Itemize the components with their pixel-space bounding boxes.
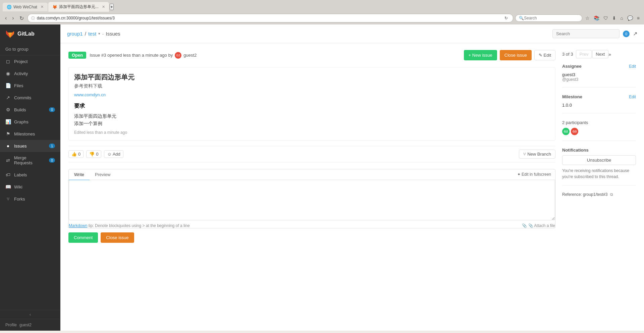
builds-icon: ⚙ — [5, 107, 11, 112]
sidebar-item-commits[interactable]: ↗ Commits — [0, 92, 60, 104]
home-icon[interactable]: ⌂ — [619, 14, 624, 22]
issue-meta: Issue #3 opened less than a minute ago b… — [90, 52, 460, 59]
issues-badge: 1 — [49, 144, 55, 148]
milestone-section: Milestone Edit 1.0.0 — [562, 94, 636, 113]
thumbs-down-count: 0 — [96, 152, 98, 157]
add-reaction-label: Add — [113, 152, 120, 157]
issue-main-column: Open Issue #3 opened less than a minute … — [68, 50, 555, 243]
unsubscribe-button[interactable]: Unsubscribe — [562, 155, 636, 165]
sidebar-item-label-labels: Labels — [14, 172, 27, 177]
comment-tab-preview[interactable]: Preview — [90, 169, 116, 180]
bookmarks-icon[interactable]: 📚 — [593, 14, 600, 22]
sidebar-collapse-button[interactable]: ‹ — [0, 310, 60, 319]
attach-file-button[interactable]: 📎 📎 Attach a file — [522, 223, 555, 228]
fullscreen-button[interactable]: ✦ Edit in fullscreen — [517, 172, 551, 177]
brand-name: GitLab — [17, 31, 35, 37]
header-search-area — [552, 29, 620, 38]
assignee-edit-link[interactable]: Edit — [629, 64, 636, 69]
all-issues-button[interactable]: » — [608, 52, 611, 57]
page-header: group1 / test ▾ · Issues 0 ↗ — [60, 24, 644, 43]
markdown-tip: Markdown tip: Denote blockquotes using >… — [69, 223, 190, 228]
participant-avatar-1: G2 — [562, 128, 570, 135]
tab-close-wechat[interactable]: ✕ — [41, 5, 44, 9]
sidebar-item-files[interactable]: 📄 Files — [0, 79, 60, 92]
tab-close-gitlab[interactable]: ✕ — [102, 5, 105, 9]
tab-gitlab[interactable]: 🦊 添加平面四边形单元... ✕ — [48, 2, 109, 12]
merge-requests-icon: ⇄ — [5, 158, 11, 163]
sidebar-go-to-group[interactable]: Go to group — [0, 43, 60, 55]
comment-tab-write[interactable]: Write — [69, 169, 90, 180]
milestone-edit-link[interactable]: Edit — [629, 95, 636, 99]
issue-meta-text: Issue #3 opened less than a minute ago b… — [90, 53, 173, 58]
chat-icon[interactable]: 💬 — [626, 14, 634, 22]
sidebar-item-wiki[interactable]: 📖 Wiki — [0, 181, 60, 193]
thumbs-down-icon: 👎 — [89, 152, 95, 157]
thumbs-up-button[interactable]: 👍 0 — [68, 150, 84, 158]
new-issue-button[interactable]: + New issue — [464, 50, 497, 60]
reload-button[interactable]: ↻ — [18, 14, 25, 22]
shield-icon[interactable]: 🛡 — [602, 14, 609, 22]
participants-section: 2 participants G2 G3 — [562, 120, 636, 141]
prev-button[interactable]: Prev — [576, 50, 592, 58]
sidebar-item-forks[interactable]: ⑂ Forks — [0, 193, 60, 205]
menu-icon[interactable]: ≡ — [636, 14, 641, 22]
sidebar: GitLab Go to group ◻ Project ◉ Activity … — [0, 24, 60, 331]
assignee-header: Assignee Edit — [562, 64, 636, 69]
sidebar-item-builds[interactable]: ⚙ Builds 0 — [0, 104, 60, 116]
refresh-icon[interactable]: ↻ — [503, 15, 509, 21]
assignee-name: guest3 — [562, 72, 636, 77]
sidebar-item-merge-requests[interactable]: ⇄ Merge Requests 0 — [0, 152, 60, 169]
address-bar[interactable]: ⓘ data.comdyn.cn:30000/group1/test/issue… — [28, 14, 514, 22]
issue-section-heading: 要求 — [74, 103, 550, 110]
issue-link[interactable]: www.comdyn.cn — [74, 92, 106, 97]
participant-avatar-2: G3 — [571, 128, 578, 135]
close-issue-button-bottom[interactable]: Close issue — [101, 232, 134, 243]
assignee-username: @guest3 — [562, 77, 636, 82]
browser-search-bar[interactable]: 🔍 — [515, 14, 582, 22]
header-logout-icon[interactable]: ↗ — [633, 31, 637, 37]
reference-section: Reference: group1/test#3 ⧉ — [562, 192, 636, 197]
next-button[interactable]: Next — [592, 50, 608, 58]
sidebar-item-labels[interactable]: 🏷 Labels — [0, 169, 60, 181]
sidebar-item-label-milestones: Milestones — [14, 131, 35, 136]
issue-right-sidebar: 3 of 3 Prev Next » Assignee Edit guest3 … — [562, 50, 636, 243]
download-icon[interactable]: ⬇ — [611, 14, 617, 22]
sidebar-item-graphs[interactable]: 📊 Graphs — [0, 116, 60, 128]
sidebar-nav: ◻ Project ◉ Activity 📄 Files ↗ Commits ⚙… — [0, 55, 60, 310]
sidebar-footer: Profile guest2 — [0, 319, 60, 331]
sidebar-item-activity[interactable]: ◉ Activity — [0, 67, 60, 79]
sidebar-item-label-commits: Commits — [14, 95, 31, 100]
bookmark-icon[interactable]: ☆ — [584, 14, 591, 22]
add-reaction-button[interactable]: ☺ Add — [104, 150, 123, 158]
breadcrumb-project[interactable]: test — [88, 31, 96, 37]
breadcrumb-dropdown-icon[interactable]: ▾ — [98, 32, 100, 36]
browser-search-input[interactable] — [524, 16, 579, 20]
back-button[interactable]: ‹ — [3, 14, 8, 22]
add-reaction-icon: ☺ — [107, 152, 111, 157]
notification-count: 0 — [623, 31, 630, 37]
edit-issue-button[interactable]: ✎ Edit — [534, 50, 555, 60]
main-content: group1 / test ▾ · Issues 0 ↗ Open — [60, 24, 644, 331]
issue-action-buttons: + New issue Close issue ✎ Edit — [464, 50, 555, 60]
header-search-input[interactable] — [552, 29, 620, 38]
issues-icon: ● — [5, 143, 11, 149]
milestone-value: 1.0.0 — [562, 103, 636, 108]
new-tab-button[interactable]: + — [110, 4, 114, 10]
comment-submit-button[interactable]: Comment — [68, 232, 98, 243]
breadcrumb-group[interactable]: group1 — [67, 31, 83, 37]
copy-reference-button[interactable]: ⧉ — [610, 192, 613, 197]
sidebar-item-issues[interactable]: ● Issues 1 — [0, 140, 60, 152]
markdown-link[interactable]: Markdown — [69, 223, 87, 228]
notifications-title: Notifications — [562, 148, 636, 153]
comment-textarea[interactable] — [69, 180, 555, 220]
issue-header-row: Open Issue #3 opened less than a minute … — [68, 50, 555, 60]
new-branch-button[interactable]: ⑂ New Branch — [519, 150, 555, 159]
thumbs-down-button[interactable]: 👎 0 — [86, 150, 101, 158]
attach-icon: 📎 — [522, 223, 527, 228]
sidebar-item-project[interactable]: ◻ Project — [0, 55, 60, 67]
sidebar-item-milestones[interactable]: ⚑ Milestones — [0, 128, 60, 140]
close-issue-button-top[interactable]: Close issue — [500, 50, 532, 60]
project-icon: ◻ — [5, 59, 11, 64]
forward-button[interactable]: › — [10, 14, 15, 22]
tab-wechat[interactable]: 🌐 Web WeChat ✕ — [3, 3, 48, 11]
